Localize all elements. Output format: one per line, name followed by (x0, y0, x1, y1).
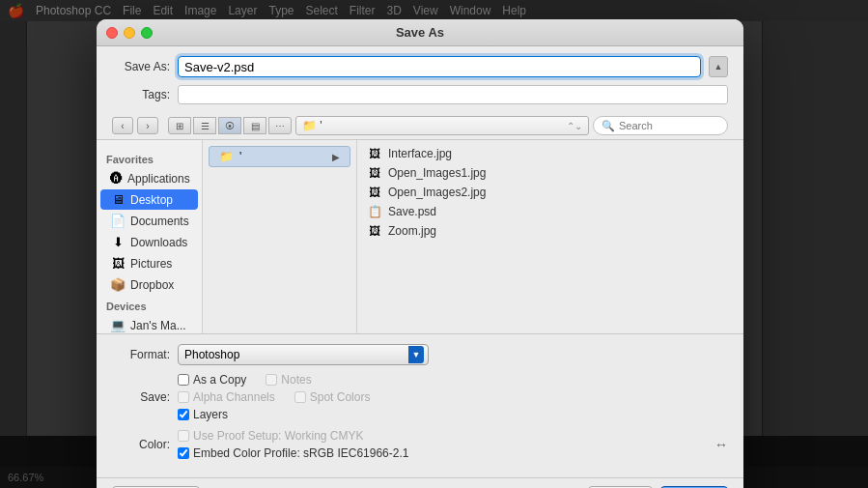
image-icon: 🖼 (367, 166, 382, 180)
file-item-openimages2[interactable]: 🖼 Open_Images2.jpg (357, 183, 743, 202)
file-item-zoom[interactable]: 🖼 Zoom.jpg (357, 221, 743, 241)
file-item-interface[interactable]: 🖼 Interface.jpg (357, 144, 743, 163)
sidebar-item-label: Dropbox (130, 278, 174, 292)
spot-colors-label: Spot Colors (310, 390, 371, 404)
sidebar-item-jans-mac[interactable]: 💻 Jan's Ma... (100, 315, 198, 333)
file-name: Save.psd (388, 205, 436, 218)
minimize-button[interactable] (124, 27, 135, 39)
file-name: Interface.jpg (388, 147, 452, 160)
layers-checkbox[interactable] (178, 409, 189, 420)
sidebar-item-label: Documents (130, 215, 189, 228)
save-label: Save: (112, 390, 170, 404)
image-icon: 🖼 (367, 224, 382, 238)
layers-label: Layers (193, 408, 228, 421)
list-view-button[interactable]: ☰ (193, 117, 216, 134)
close-button[interactable] (106, 27, 118, 39)
save-options-line1: As a Copy Notes (178, 373, 370, 387)
cover-flow-button[interactable]: ▤ (243, 117, 266, 134)
saveas-label: Save As: (112, 60, 170, 73)
mac-icon: 💻 (110, 318, 126, 332)
file-browser-toolbar: ‹ › ⊞ ☰ ⦿ ▤ ⋯ 📁 ' ⌃⌄ 🔍 (97, 112, 743, 140)
tags-row: Tags: (97, 83, 743, 112)
color-options-container: Use Proof Setup: Working CMYK Embed Colo… (178, 429, 408, 460)
maximize-button[interactable] (141, 27, 153, 39)
save-as-dialog: Save As Save As: ▲ Tags: ‹ › ⊞ ☰ ⦿ ▤ ⋯ 📁… (97, 19, 743, 488)
image-icon: 🖼 (367, 147, 382, 160)
search-box: 🔍 (593, 116, 728, 135)
saveas-row: Save As: ▲ (97, 46, 743, 83)
view-buttons: ⊞ ☰ ⦿ ▤ ⋯ (168, 117, 292, 134)
embed-color-profile-checkbox[interactable] (178, 447, 189, 459)
sidebar-item-documents[interactable]: 📄 Documents (100, 211, 198, 231)
save-options-container: As a Copy Notes Alpha Channels Spot Colo… (178, 373, 370, 421)
documents-icon: 📄 (110, 214, 126, 228)
file-name: Open_Images2.jpg (388, 186, 486, 199)
sidebar-item-dropbox[interactable]: 📦 Dropbox (100, 274, 198, 295)
format-value: Photoshop (184, 348, 239, 361)
sidebar-item-pictures[interactable]: 🖼 Pictures (100, 253, 198, 273)
save-options-line2: Alpha Channels Spot Colors (178, 390, 370, 404)
file-browser-content: Favorites 🅐 Applications 🖥 Desktop 📄 Doc… (97, 140, 743, 333)
share-button[interactable]: ⋯ (268, 117, 292, 134)
tags-field[interactable] (178, 85, 728, 104)
save-options-line3: Layers (178, 408, 370, 421)
layers-option[interactable]: Layers (178, 408, 370, 421)
saveas-input[interactable] (178, 56, 701, 77)
file-item-openimages1[interactable]: 🖼 Open_Images1.jpg (357, 163, 743, 183)
sidebar-item-desktop[interactable]: 🖥 Desktop (100, 189, 198, 210)
path-dropdown[interactable]: 📁 ' ⌃⌄ (295, 116, 589, 135)
arrows-indicator: ↔ (714, 437, 728, 452)
file-list-left-column: 📁 ' ▶ (203, 140, 357, 333)
file-item-save-psd[interactable]: 📋 Save.psd (357, 202, 743, 221)
psd-icon: 📋 (367, 205, 382, 218)
sidebar-item-downloads[interactable]: ⬇ Downloads (100, 232, 198, 252)
dialog-buttons: New Folder Cancel Save (97, 477, 743, 488)
forward-button[interactable]: › (137, 117, 158, 134)
embed-color-profile-label: Embed Color Profile: sRGB IEC61966-2.1 (193, 446, 408, 460)
notes-option: Notes (266, 373, 311, 387)
as-a-copy-label: As a Copy (193, 373, 246, 387)
dropbox-icon: 📦 (110, 277, 126, 292)
devices-title: Devices (97, 299, 202, 314)
folder-item[interactable]: 📁 ' ▶ (209, 146, 350, 167)
pictures-icon: 🖼 (110, 256, 126, 271)
save-options-row: Save: As a Copy Notes Alpha Channels (112, 373, 728, 421)
search-icon: 🔍 (602, 120, 615, 132)
sidebar-item-label: Jan's Ma... (130, 319, 186, 332)
folder-name: ' (239, 150, 241, 163)
use-proof-setup-option: Use Proof Setup: Working CMYK (178, 429, 408, 443)
search-input[interactable] (619, 120, 719, 131)
dialog-titlebar: Save As (97, 19, 743, 46)
format-label: Format: (112, 348, 170, 361)
notes-checkbox (266, 374, 277, 386)
file-name: Open_Images1.jpg (388, 166, 486, 180)
saveas-expand-button[interactable]: ▲ (709, 56, 728, 77)
as-a-copy-option[interactable]: As a Copy (178, 373, 246, 387)
alpha-channels-label: Alpha Channels (193, 390, 275, 404)
format-row: Format: Photoshop ▼ (112, 344, 728, 365)
embed-color-profile-option[interactable]: Embed Color Profile: sRGB IEC61966-2.1 (178, 446, 408, 460)
image-icon: 🖼 (367, 186, 382, 199)
format-dropdown-arrow: ▼ (408, 346, 424, 363)
sidebar-item-applications[interactable]: 🅐 Applications (100, 168, 198, 188)
column-view-button[interactable]: ⦿ (218, 117, 241, 134)
desktop-icon: 🖥 (110, 192, 126, 207)
use-proof-setup-checkbox (178, 430, 189, 442)
back-button[interactable]: ‹ (112, 117, 133, 134)
downloads-icon: ⬇ (110, 235, 126, 249)
use-proof-setup-label: Use Proof Setup: Working CMYK (193, 429, 364, 443)
alpha-channels-checkbox (178, 391, 189, 403)
folder-arrow: ▶ (332, 152, 340, 162)
format-dropdown[interactable]: Photoshop ▼ (178, 344, 429, 365)
file-name: Zoom.jpg (388, 224, 436, 238)
notes-label: Notes (281, 373, 311, 387)
sidebar-item-label: Downloads (130, 236, 187, 249)
icon-view-button[interactable]: ⊞ (168, 117, 191, 134)
spot-colors-option: Spot Colors (294, 390, 371, 404)
dialog-title: Save As (396, 25, 444, 40)
sidebar-item-label: Applications (127, 172, 190, 186)
sidebar-item-label: Pictures (130, 257, 172, 271)
path-label: 📁 ' (302, 119, 322, 132)
as-a-copy-checkbox[interactable] (178, 374, 189, 386)
path-dropdown-arrow: ⌃⌄ (567, 121, 582, 131)
